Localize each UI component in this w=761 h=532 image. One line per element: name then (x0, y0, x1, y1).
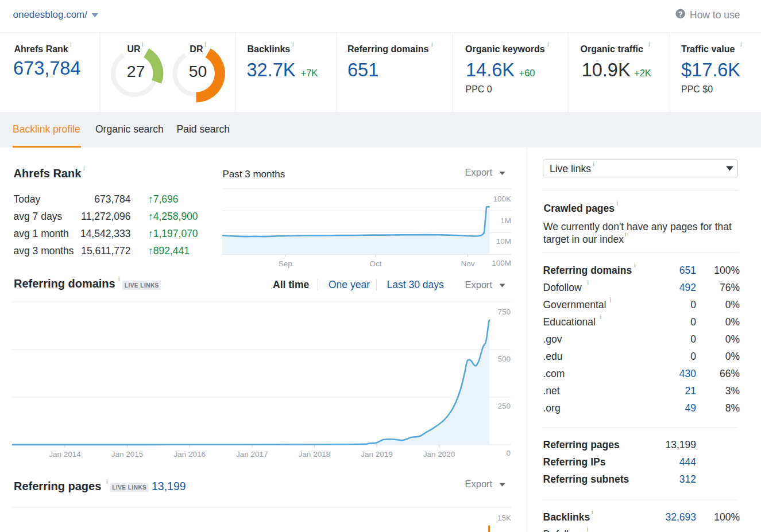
svg-text:Referring domains: Referring domains (543, 265, 632, 276)
svg-text:14,542,333: 14,542,333 (80, 228, 131, 239)
svg-text:.org: .org (543, 402, 561, 414)
svg-text:Jan 2019: Jan 2019 (361, 450, 393, 459)
svg-text:avg 1 month: avg 1 month (14, 228, 69, 239)
svg-text:Export: Export (465, 479, 493, 489)
svg-text:↑1,197,070: ↑1,197,070 (148, 228, 198, 239)
svg-text:Live links: Live links (550, 163, 591, 174)
svg-text:Traffic value: Traffic value (681, 44, 735, 54)
svg-text:430: 430 (679, 368, 696, 379)
svg-text:250: 250 (497, 402, 511, 410)
svg-text:492: 492 (679, 282, 696, 293)
svg-text:i: i (83, 165, 84, 172)
svg-text:10.9K: 10.9K (582, 60, 631, 80)
svg-text:+7K: +7K (301, 68, 318, 78)
svg-text:0%: 0% (725, 351, 740, 362)
svg-text:32.7K: 32.7K (247, 60, 296, 80)
svg-text:651: 651 (347, 60, 378, 80)
svg-text:.edu: .edu (543, 351, 563, 362)
svg-text:Referring domains: Referring domains (14, 277, 115, 290)
svg-text:↑7,696: ↑7,696 (148, 193, 179, 205)
svg-text:Ahrefs Rank: Ahrefs Rank (14, 167, 82, 180)
svg-text:Referring domains: Referring domains (347, 44, 428, 54)
svg-text:Jan 2016: Jan 2016 (173, 450, 206, 459)
svg-text:312: 312 (679, 473, 696, 485)
svg-text:13,199: 13,199 (665, 439, 696, 451)
svg-text:↑4,258,900: ↑4,258,900 (148, 211, 198, 222)
svg-text:100%: 100% (714, 265, 740, 276)
svg-text:Referring pages: Referring pages (14, 480, 101, 492)
svg-text:PPC $0: PPC $0 (681, 84, 713, 94)
svg-text:0: 0 (690, 316, 696, 328)
svg-text:LIVE LINKS: LIVE LINKS (125, 282, 159, 289)
svg-text:.com: .com (543, 368, 565, 379)
svg-text:i: i (70, 41, 71, 48)
svg-text:49: 49 (685, 402, 696, 414)
svg-text:Backlinks: Backlinks (248, 44, 291, 54)
svg-text:15,611,772: 15,611,772 (81, 245, 130, 257)
svg-text:Today: Today (14, 193, 41, 205)
svg-text:Referring subnets: Referring subnets (543, 473, 629, 485)
svg-text:i: i (204, 41, 206, 48)
svg-text:Jan 2017: Jan 2017 (236, 450, 268, 459)
svg-text:↑892,441: ↑892,441 (148, 245, 190, 257)
svg-text:i: i (592, 508, 593, 515)
svg-text:750: 750 (497, 308, 511, 316)
svg-text:0: 0 (690, 299, 696, 310)
svg-text:11,272,096: 11,272,096 (81, 211, 130, 222)
svg-text:Backlink profile: Backlink profile (13, 123, 80, 135)
svg-text:32,693: 32,693 (665, 511, 696, 523)
svg-text:Referring pages: Referring pages (543, 439, 620, 451)
svg-text:500: 500 (497, 355, 511, 363)
svg-text:i: i (593, 161, 594, 168)
svg-text:Organic keywords: Organic keywords (465, 44, 545, 54)
svg-text:i: i (617, 200, 618, 207)
svg-text:All time: All time (273, 279, 309, 290)
svg-text:76%: 76% (720, 282, 740, 293)
svg-text:.net: .net (543, 385, 560, 397)
svg-text:0: 0 (690, 351, 696, 362)
svg-text:Export: Export (465, 167, 493, 177)
svg-text:i: i (587, 526, 588, 532)
svg-text:21: 21 (685, 385, 696, 397)
svg-text:Paid search: Paid search (177, 123, 230, 135)
svg-text:i: i (588, 279, 589, 286)
svg-text:Jan 2018: Jan 2018 (299, 450, 331, 459)
svg-text:100K: 100K (493, 195, 511, 203)
svg-text:?: ? (678, 10, 683, 18)
svg-text:0%: 0% (725, 316, 740, 328)
svg-text:0: 0 (690, 333, 696, 345)
svg-text:14.6K: 14.6K (466, 60, 515, 80)
svg-text:avg 7 days: avg 7 days (14, 211, 63, 222)
svg-text:673,784: 673,784 (94, 193, 131, 205)
svg-text:UR: UR (127, 44, 141, 54)
svg-text:Past 3 months: Past 3 months (223, 169, 285, 180)
svg-text:27: 27 (127, 62, 145, 80)
svg-text:100%: 100% (714, 511, 740, 523)
svg-text:651: 651 (679, 265, 696, 276)
svg-text:1M: 1M (500, 216, 511, 225)
svg-text:Governmental: Governmental (543, 299, 607, 310)
svg-text:i: i (431, 41, 432, 48)
svg-text:8%: 8% (725, 402, 740, 414)
svg-text:i: i (648, 41, 650, 48)
svg-text:Organic traffic: Organic traffic (581, 44, 643, 54)
svg-text:50: 50 (189, 62, 207, 80)
svg-text:avg 3 months: avg 3 months (14, 245, 74, 257)
svg-text:Educational: Educational (543, 316, 596, 328)
svg-text:+2K: +2K (634, 68, 651, 78)
svg-text:0%: 0% (725, 333, 740, 345)
svg-text:i: i (634, 262, 635, 269)
svg-text:444: 444 (679, 456, 696, 468)
svg-text:Backlinks: Backlinks (543, 511, 590, 523)
svg-text:i: i (740, 41, 741, 48)
svg-text:i: i (600, 313, 601, 320)
svg-text:i: i (118, 275, 119, 282)
svg-text:Last 30 days: Last 30 days (387, 279, 444, 290)
svg-text:$17.6K: $17.6K (681, 60, 740, 80)
svg-text:LIVE LINKS: LIVE LINKS (112, 484, 146, 491)
svg-text:Organic search: Organic search (95, 123, 164, 135)
svg-text:66%: 66% (720, 368, 740, 379)
svg-text:Dofollow: Dofollow (543, 282, 582, 293)
svg-text:target in our index: target in our index (543, 234, 624, 245)
svg-text:How to use: How to use (690, 9, 740, 21)
